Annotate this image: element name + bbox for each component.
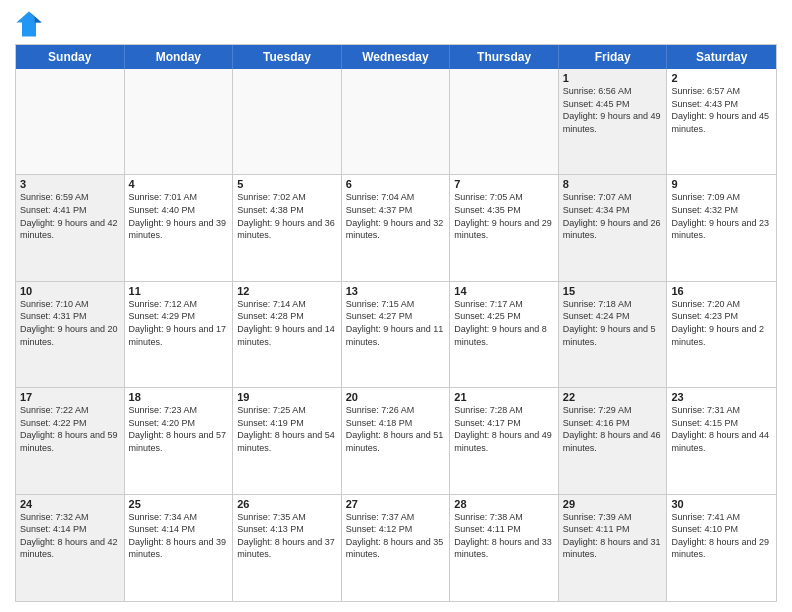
day-info: Sunrise: 7:32 AM Sunset: 4:14 PM Dayligh… <box>20 511 120 561</box>
header <box>15 10 777 38</box>
day-cell-19: 19Sunrise: 7:25 AM Sunset: 4:19 PM Dayli… <box>233 388 342 493</box>
day-info: Sunrise: 7:38 AM Sunset: 4:11 PM Dayligh… <box>454 511 554 561</box>
day-info: Sunrise: 7:09 AM Sunset: 4:32 PM Dayligh… <box>671 191 772 241</box>
day-cell-23: 23Sunrise: 7:31 AM Sunset: 4:15 PM Dayli… <box>667 388 776 493</box>
day-number: 8 <box>563 178 663 190</box>
day-cell-empty-0-1 <box>125 69 234 174</box>
day-number: 13 <box>346 285 446 297</box>
day-info: Sunrise: 7:23 AM Sunset: 4:20 PM Dayligh… <box>129 404 229 454</box>
day-number: 16 <box>671 285 772 297</box>
day-info: Sunrise: 7:34 AM Sunset: 4:14 PM Dayligh… <box>129 511 229 561</box>
day-info: Sunrise: 7:15 AM Sunset: 4:27 PM Dayligh… <box>346 298 446 348</box>
day-cell-28: 28Sunrise: 7:38 AM Sunset: 4:11 PM Dayli… <box>450 495 559 601</box>
day-info: Sunrise: 7:22 AM Sunset: 4:22 PM Dayligh… <box>20 404 120 454</box>
day-number: 20 <box>346 391 446 403</box>
day-number: 10 <box>20 285 120 297</box>
day-number: 19 <box>237 391 337 403</box>
day-info: Sunrise: 6:57 AM Sunset: 4:43 PM Dayligh… <box>671 85 772 135</box>
day-number: 14 <box>454 285 554 297</box>
day-number: 25 <box>129 498 229 510</box>
day-cell-empty-0-2 <box>233 69 342 174</box>
day-info: Sunrise: 7:35 AM Sunset: 4:13 PM Dayligh… <box>237 511 337 561</box>
day-info: Sunrise: 7:39 AM Sunset: 4:11 PM Dayligh… <box>563 511 663 561</box>
day-cell-25: 25Sunrise: 7:34 AM Sunset: 4:14 PM Dayli… <box>125 495 234 601</box>
day-info: Sunrise: 7:37 AM Sunset: 4:12 PM Dayligh… <box>346 511 446 561</box>
day-header-saturday: Saturday <box>667 45 776 69</box>
week-row-1: 1Sunrise: 6:56 AM Sunset: 4:45 PM Daylig… <box>16 69 776 175</box>
day-header-thursday: Thursday <box>450 45 559 69</box>
day-number: 3 <box>20 178 120 190</box>
day-number: 2 <box>671 72 772 84</box>
day-cell-empty-0-3 <box>342 69 451 174</box>
day-number: 6 <box>346 178 446 190</box>
day-number: 21 <box>454 391 554 403</box>
day-number: 12 <box>237 285 337 297</box>
day-info: Sunrise: 7:26 AM Sunset: 4:18 PM Dayligh… <box>346 404 446 454</box>
day-cell-3: 3Sunrise: 6:59 AM Sunset: 4:41 PM Daylig… <box>16 175 125 280</box>
day-info: Sunrise: 7:29 AM Sunset: 4:16 PM Dayligh… <box>563 404 663 454</box>
day-cell-18: 18Sunrise: 7:23 AM Sunset: 4:20 PM Dayli… <box>125 388 234 493</box>
day-info: Sunrise: 7:10 AM Sunset: 4:31 PM Dayligh… <box>20 298 120 348</box>
day-info: Sunrise: 6:56 AM Sunset: 4:45 PM Dayligh… <box>563 85 663 135</box>
day-info: Sunrise: 7:01 AM Sunset: 4:40 PM Dayligh… <box>129 191 229 241</box>
day-header-monday: Monday <box>125 45 234 69</box>
day-cell-empty-0-0 <box>16 69 125 174</box>
day-header-sunday: Sunday <box>16 45 125 69</box>
day-info: Sunrise: 7:04 AM Sunset: 4:37 PM Dayligh… <box>346 191 446 241</box>
day-cell-10: 10Sunrise: 7:10 AM Sunset: 4:31 PM Dayli… <box>16 282 125 387</box>
day-info: Sunrise: 7:25 AM Sunset: 4:19 PM Dayligh… <box>237 404 337 454</box>
day-header-wednesday: Wednesday <box>342 45 451 69</box>
day-number: 29 <box>563 498 663 510</box>
day-cell-1: 1Sunrise: 6:56 AM Sunset: 4:45 PM Daylig… <box>559 69 668 174</box>
day-number: 5 <box>237 178 337 190</box>
day-number: 11 <box>129 285 229 297</box>
day-cell-12: 12Sunrise: 7:14 AM Sunset: 4:28 PM Dayli… <box>233 282 342 387</box>
day-cell-26: 26Sunrise: 7:35 AM Sunset: 4:13 PM Dayli… <box>233 495 342 601</box>
day-number: 4 <box>129 178 229 190</box>
day-info: Sunrise: 6:59 AM Sunset: 4:41 PM Dayligh… <box>20 191 120 241</box>
day-number: 17 <box>20 391 120 403</box>
calendar-header: SundayMondayTuesdayWednesdayThursdayFrid… <box>16 45 776 69</box>
day-info: Sunrise: 7:20 AM Sunset: 4:23 PM Dayligh… <box>671 298 772 348</box>
day-cell-16: 16Sunrise: 7:20 AM Sunset: 4:23 PM Dayli… <box>667 282 776 387</box>
day-cell-7: 7Sunrise: 7:05 AM Sunset: 4:35 PM Daylig… <box>450 175 559 280</box>
day-number: 15 <box>563 285 663 297</box>
week-row-2: 3Sunrise: 6:59 AM Sunset: 4:41 PM Daylig… <box>16 175 776 281</box>
day-info: Sunrise: 7:14 AM Sunset: 4:28 PM Dayligh… <box>237 298 337 348</box>
calendar-body: 1Sunrise: 6:56 AM Sunset: 4:45 PM Daylig… <box>16 69 776 601</box>
day-info: Sunrise: 7:31 AM Sunset: 4:15 PM Dayligh… <box>671 404 772 454</box>
calendar: SundayMondayTuesdayWednesdayThursdayFrid… <box>15 44 777 602</box>
day-cell-22: 22Sunrise: 7:29 AM Sunset: 4:16 PM Dayli… <box>559 388 668 493</box>
day-number: 1 <box>563 72 663 84</box>
day-number: 28 <box>454 498 554 510</box>
day-header-friday: Friday <box>559 45 668 69</box>
day-cell-27: 27Sunrise: 7:37 AM Sunset: 4:12 PM Dayli… <box>342 495 451 601</box>
day-cell-30: 30Sunrise: 7:41 AM Sunset: 4:10 PM Dayli… <box>667 495 776 601</box>
day-cell-29: 29Sunrise: 7:39 AM Sunset: 4:11 PM Dayli… <box>559 495 668 601</box>
day-cell-4: 4Sunrise: 7:01 AM Sunset: 4:40 PM Daylig… <box>125 175 234 280</box>
day-info: Sunrise: 7:28 AM Sunset: 4:17 PM Dayligh… <box>454 404 554 454</box>
day-cell-13: 13Sunrise: 7:15 AM Sunset: 4:27 PM Dayli… <box>342 282 451 387</box>
day-number: 7 <box>454 178 554 190</box>
day-number: 9 <box>671 178 772 190</box>
week-row-3: 10Sunrise: 7:10 AM Sunset: 4:31 PM Dayli… <box>16 282 776 388</box>
page: SundayMondayTuesdayWednesdayThursdayFrid… <box>0 0 792 612</box>
day-info: Sunrise: 7:41 AM Sunset: 4:10 PM Dayligh… <box>671 511 772 561</box>
day-cell-9: 9Sunrise: 7:09 AM Sunset: 4:32 PM Daylig… <box>667 175 776 280</box>
day-cell-empty-0-4 <box>450 69 559 174</box>
day-cell-2: 2Sunrise: 6:57 AM Sunset: 4:43 PM Daylig… <box>667 69 776 174</box>
day-info: Sunrise: 7:17 AM Sunset: 4:25 PM Dayligh… <box>454 298 554 348</box>
day-number: 22 <box>563 391 663 403</box>
day-number: 18 <box>129 391 229 403</box>
day-info: Sunrise: 7:12 AM Sunset: 4:29 PM Dayligh… <box>129 298 229 348</box>
day-info: Sunrise: 7:07 AM Sunset: 4:34 PM Dayligh… <box>563 191 663 241</box>
day-number: 24 <box>20 498 120 510</box>
day-cell-21: 21Sunrise: 7:28 AM Sunset: 4:17 PM Dayli… <box>450 388 559 493</box>
day-number: 26 <box>237 498 337 510</box>
day-cell-17: 17Sunrise: 7:22 AM Sunset: 4:22 PM Dayli… <box>16 388 125 493</box>
day-number: 30 <box>671 498 772 510</box>
day-cell-11: 11Sunrise: 7:12 AM Sunset: 4:29 PM Dayli… <box>125 282 234 387</box>
day-cell-24: 24Sunrise: 7:32 AM Sunset: 4:14 PM Dayli… <box>16 495 125 601</box>
day-number: 23 <box>671 391 772 403</box>
day-info: Sunrise: 7:02 AM Sunset: 4:38 PM Dayligh… <box>237 191 337 241</box>
